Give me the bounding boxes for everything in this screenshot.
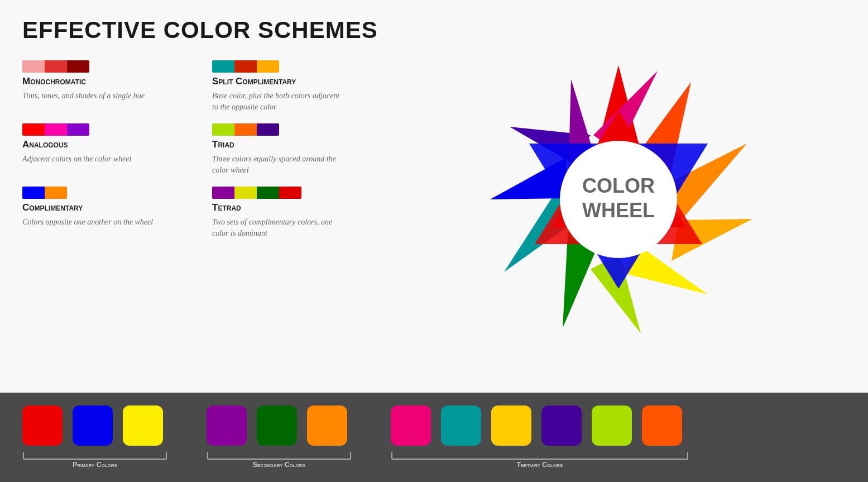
swatch — [212, 123, 234, 136]
swatch — [234, 123, 257, 136]
scheme-name: Tetrad — [212, 202, 380, 213]
secondary-purple — [207, 405, 247, 446]
color-wheel: COLOR WHEEL — [473, 54, 764, 345]
wheel-text-wheel: WHEEL — [582, 199, 655, 222]
swatch — [212, 60, 234, 73]
scheme-analogous: Analogous Adjacent colors on the color w… — [22, 123, 190, 175]
tertiary-vermillion — [642, 405, 682, 446]
scheme-name: Split Complimentary — [212, 76, 380, 87]
secondary-bracket-svg: Secondary Colors — [207, 451, 352, 467]
analogous-bar — [22, 123, 89, 136]
swatch — [45, 60, 67, 73]
tertiary-colors-group: Tertiary Colors — [391, 405, 689, 469]
wheel-container: COLOR WHEEL — [391, 17, 846, 381]
swatch — [22, 187, 45, 199]
swatch — [234, 60, 257, 73]
left-panel: Effective Color Schemes Monochromatic Ti… — [22, 17, 380, 381]
scheme-name: Analogous — [22, 139, 190, 150]
tertiary-bracket-svg: Tertiary Colors — [391, 451, 689, 467]
svg-text:Secondary Colors: Secondary Colors — [253, 461, 306, 467]
svg-text:Primary Colors: Primary Colors — [73, 461, 117, 467]
tertiary-indigo — [541, 405, 582, 446]
primary-red — [22, 405, 63, 446]
primary-blue — [73, 405, 113, 446]
scheme-monochromatic: Monochromatic Tints, tones, and shades o… — [22, 60, 190, 112]
main-container: Effective Color Schemes Monochromatic Ti… — [0, 0, 868, 482]
swatch — [257, 123, 279, 136]
monochromatic-bar — [22, 60, 89, 73]
secondary-label-row: Secondary Colors — [207, 451, 352, 469]
scheme-name: Complimentary — [22, 202, 190, 213]
swatch — [67, 123, 89, 136]
top-section: Effective Color Schemes Monochromatic Ti… — [0, 0, 868, 393]
scheme-tetrad: Tetrad Two sets of complimentary colors,… — [212, 187, 380, 238]
scheme-desc: Adjacent colors on the color wheel — [22, 154, 156, 165]
primary-bracket-svg: Primary Colors — [22, 451, 167, 467]
swatch — [22, 123, 45, 136]
page-title: Effective Color Schemes — [22, 17, 380, 44]
swatch — [212, 187, 234, 199]
scheme-desc: Three colors equally spaced around the c… — [212, 154, 346, 175]
tertiary-squares-row — [391, 405, 682, 446]
scheme-complimentary: Complimentary Colors opposite one anothe… — [22, 187, 190, 238]
scheme-desc: Two sets of complimentary colors, one co… — [212, 217, 346, 238]
primary-yellow — [123, 405, 163, 446]
primary-label-row: Primary Colors — [22, 451, 167, 469]
swatch — [67, 60, 89, 73]
scheme-desc: Base color, plus the both colors adjacen… — [212, 90, 346, 112]
tertiary-rose — [391, 405, 431, 446]
swatch — [279, 187, 301, 199]
secondary-colors-group: Secondary Colors — [207, 405, 352, 469]
primary-squares-row — [22, 405, 163, 446]
scheme-name: Monochromatic — [22, 76, 190, 87]
scheme-desc: Colors opposite one another on the wheel — [22, 217, 156, 228]
swatch — [45, 123, 67, 136]
secondary-squares-row — [207, 405, 347, 446]
scheme-desc: Tints, tones, and shades of a single hue — [22, 90, 156, 102]
triad-bar — [212, 123, 279, 136]
swatch — [257, 187, 279, 199]
tertiary-teal — [441, 405, 481, 446]
swatch — [22, 60, 45, 73]
scheme-name: Triad — [212, 139, 380, 150]
tertiary-chartreuse — [592, 405, 632, 446]
wheel-text-color: COLOR — [582, 174, 655, 197]
primary-colors-group: Primary Colors — [22, 405, 167, 469]
swatch — [234, 187, 257, 199]
wheel-svg: COLOR WHEEL — [473, 54, 764, 345]
swatch — [45, 187, 67, 199]
swatch — [257, 60, 279, 73]
bottom-bar: Primary Colors Secondary Colors — [0, 393, 868, 482]
secondary-orange — [307, 405, 347, 446]
secondary-green — [257, 405, 297, 446]
tertiary-amber — [491, 405, 531, 446]
scheme-triad: Triad Three colors equally spaced around… — [212, 123, 380, 175]
scheme-split-complimentary: Split Complimentary Base color, plus the… — [212, 60, 380, 112]
svg-text:Tertiary Colors: Tertiary Colors — [517, 461, 563, 467]
tetrad-bar — [212, 187, 301, 199]
schemes-grid: Monochromatic Tints, tones, and shades o… — [22, 60, 380, 239]
complimentary-bar — [22, 187, 67, 199]
tertiary-label-row: Tertiary Colors — [391, 451, 689, 469]
split-bar — [212, 60, 279, 73]
